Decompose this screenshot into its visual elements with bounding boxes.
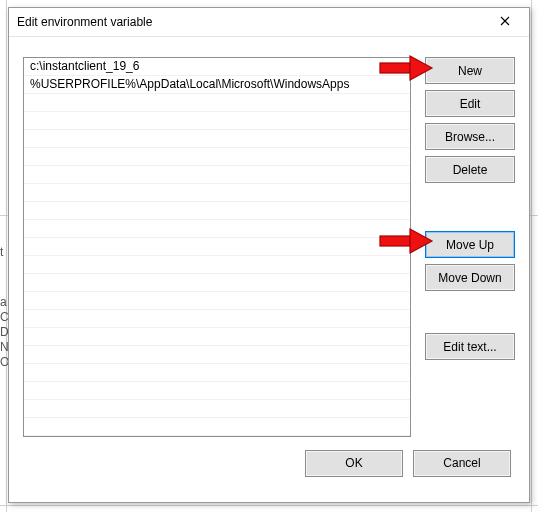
move-up-button[interactable]: Move Up bbox=[425, 231, 515, 258]
dialog-title: Edit environment variable bbox=[17, 15, 485, 29]
close-button[interactable] bbox=[485, 8, 525, 36]
list-item[interactable] bbox=[24, 112, 410, 130]
browse-button[interactable]: Browse... bbox=[425, 123, 515, 150]
move-down-button[interactable]: Move Down bbox=[425, 264, 515, 291]
list-item[interactable] bbox=[24, 184, 410, 202]
list-item[interactable] bbox=[24, 148, 410, 166]
list-item[interactable]: c:\instantclient_19_6 bbox=[24, 58, 410, 76]
ok-button[interactable]: OK bbox=[305, 450, 403, 477]
list-item[interactable] bbox=[24, 382, 410, 400]
list-item[interactable] bbox=[24, 310, 410, 328]
list-item[interactable] bbox=[24, 418, 410, 436]
list-item[interactable] bbox=[24, 202, 410, 220]
list-item[interactable] bbox=[24, 130, 410, 148]
list-item[interactable] bbox=[24, 346, 410, 364]
list-item[interactable] bbox=[24, 400, 410, 418]
side-button-column: New Edit Browse... Delete Move Up Move D… bbox=[425, 57, 515, 437]
dialog-footer: OK Cancel bbox=[23, 437, 515, 489]
delete-button[interactable]: Delete bbox=[425, 156, 515, 183]
list-item[interactable] bbox=[24, 94, 410, 112]
edit-env-var-dialog: Edit environment variable c:\instantclie… bbox=[8, 7, 530, 503]
list-item[interactable] bbox=[24, 256, 410, 274]
dialog-client: c:\instantclient_19_6 %USERPROFILE%\AppD… bbox=[9, 37, 529, 503]
list-item[interactable] bbox=[24, 292, 410, 310]
path-listbox[interactable]: c:\instantclient_19_6 %USERPROFILE%\AppD… bbox=[23, 57, 411, 437]
new-button[interactable]: New bbox=[425, 57, 515, 84]
titlebar: Edit environment variable bbox=[9, 8, 529, 37]
list-item[interactable] bbox=[24, 364, 410, 382]
edit-button[interactable]: Edit bbox=[425, 90, 515, 117]
close-icon bbox=[500, 15, 510, 29]
list-item[interactable] bbox=[24, 328, 410, 346]
cancel-button[interactable]: Cancel bbox=[413, 450, 511, 477]
list-item[interactable] bbox=[24, 274, 410, 292]
list-item[interactable]: %USERPROFILE%\AppData\Local\Microsoft\Wi… bbox=[24, 76, 410, 94]
list-item[interactable] bbox=[24, 238, 410, 256]
list-item[interactable] bbox=[24, 220, 410, 238]
edit-text-button[interactable]: Edit text... bbox=[425, 333, 515, 360]
list-item[interactable] bbox=[24, 166, 410, 184]
